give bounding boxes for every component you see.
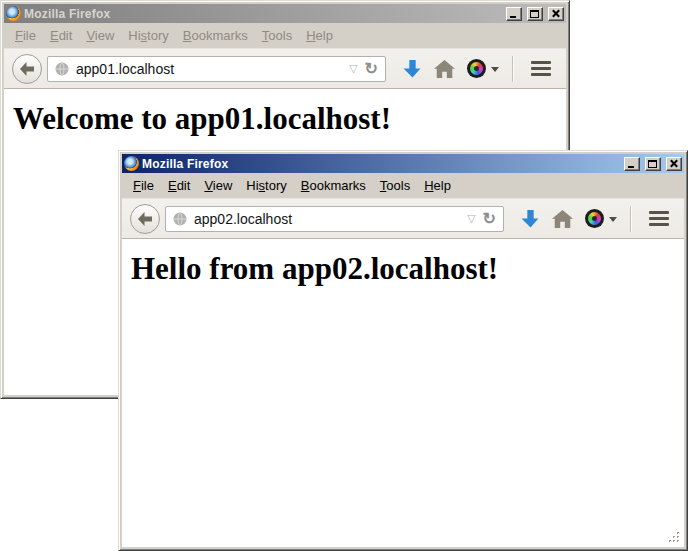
- addon-color-wheel-button[interactable]: [585, 209, 617, 228]
- download-icon: [403, 59, 422, 78]
- maximize-button[interactable]: [527, 7, 543, 21]
- back-button[interactable]: [130, 204, 160, 234]
- download-icon: [521, 209, 540, 228]
- menu-button[interactable]: [524, 56, 558, 81]
- menu-button[interactable]: [642, 206, 676, 231]
- url-text: app01.localhost: [76, 61, 342, 77]
- hamburger-icon: [531, 61, 551, 64]
- hamburger-icon: [649, 211, 669, 214]
- home-button[interactable]: [434, 60, 455, 78]
- minimize-button[interactable]: [624, 157, 640, 171]
- close-button[interactable]: [548, 7, 564, 21]
- window-title: Mozilla Firefox: [142, 157, 619, 171]
- menu-item-bookmarks[interactable]: Bookmarks: [294, 176, 373, 195]
- window-title: Mozilla Firefox: [24, 7, 501, 21]
- browser-window-app02[interactable]: Mozilla Firefox File Edit View History B…: [118, 150, 688, 551]
- menu-item-history[interactable]: History: [239, 176, 293, 195]
- download-button[interactable]: [521, 209, 540, 228]
- page-content-app02: Hello from app02.localhost!: [122, 239, 684, 547]
- maximize-icon: [648, 160, 657, 168]
- url-dropdown-icon[interactable]: ▽: [467, 213, 475, 224]
- menubar: File Edit View History Bookmarks Tools H…: [4, 23, 566, 48]
- minimize-icon: [510, 16, 516, 18]
- menu-item-bookmarks[interactable]: Bookmarks: [176, 26, 255, 45]
- color-wheel-icon: [585, 209, 604, 228]
- chevron-down-icon: [609, 217, 617, 226]
- home-icon: [434, 60, 455, 78]
- menu-item-edit[interactable]: Edit: [43, 26, 79, 45]
- url-input[interactable]: app01.localhost ▽ ↻: [47, 56, 386, 82]
- close-icon: [670, 159, 678, 168]
- maximize-icon: [530, 10, 539, 18]
- menu-item-help[interactable]: Help: [417, 176, 458, 195]
- close-button[interactable]: [666, 157, 682, 171]
- menubar: File Edit View History Bookmarks Tools H…: [122, 173, 684, 198]
- menu-item-view[interactable]: View: [197, 176, 239, 195]
- navigation-toolbar: app02.localhost ▽ ↻: [122, 198, 684, 239]
- navigation-toolbar: app01.localhost ▽ ↻: [4, 48, 566, 89]
- menu-item-view[interactable]: View: [79, 26, 121, 45]
- menu-item-tools[interactable]: Tools: [373, 176, 417, 195]
- back-arrow-icon: [137, 212, 153, 226]
- firefox-logo-icon: [124, 156, 139, 171]
- menu-item-file[interactable]: File: [8, 26, 43, 45]
- toolbar-separator: [512, 56, 513, 82]
- reload-icon[interactable]: ↻: [483, 211, 496, 227]
- back-arrow-icon: [19, 62, 35, 76]
- toolbar-separator: [630, 206, 631, 232]
- page-heading: Hello from app02.localhost!: [131, 251, 684, 287]
- minimize-icon: [628, 166, 634, 168]
- maximize-button[interactable]: [645, 157, 661, 171]
- addon-color-wheel-button[interactable]: [467, 59, 499, 78]
- url-text: app02.localhost: [194, 211, 460, 227]
- titlebar[interactable]: Mozilla Firefox: [122, 154, 684, 173]
- url-dropdown-icon[interactable]: ▽: [349, 63, 357, 74]
- globe-icon: [55, 62, 69, 76]
- menu-item-edit[interactable]: Edit: [161, 176, 197, 195]
- menu-item-tools[interactable]: Tools: [255, 26, 299, 45]
- chevron-down-icon: [491, 67, 499, 76]
- back-button[interactable]: [12, 54, 42, 84]
- color-wheel-icon: [467, 59, 486, 78]
- globe-icon: [173, 212, 187, 226]
- download-button[interactable]: [403, 59, 422, 78]
- home-icon: [552, 210, 573, 228]
- menu-item-history[interactable]: History: [121, 26, 175, 45]
- minimize-button[interactable]: [506, 7, 522, 21]
- firefox-logo-icon: [6, 6, 21, 21]
- menu-item-file[interactable]: File: [126, 176, 161, 195]
- menu-item-help[interactable]: Help: [299, 26, 340, 45]
- page-heading: Welcome to app01.localhost!: [13, 101, 566, 137]
- resize-grip[interactable]: [668, 531, 670, 533]
- titlebar[interactable]: Mozilla Firefox: [4, 4, 566, 23]
- reload-icon[interactable]: ↻: [365, 61, 378, 77]
- home-button[interactable]: [552, 210, 573, 228]
- close-icon: [552, 9, 560, 18]
- url-input[interactable]: app02.localhost ▽ ↻: [165, 206, 504, 232]
